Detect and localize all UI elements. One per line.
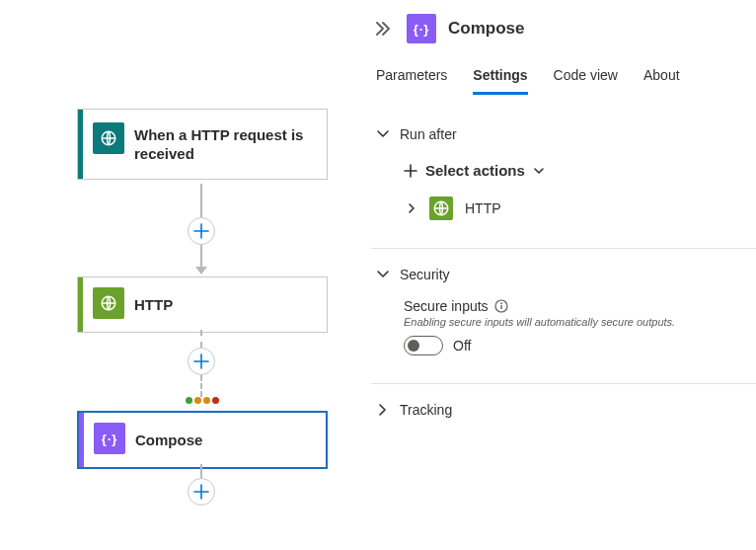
globe-icon xyxy=(429,196,453,220)
node-compose-action[interactable]: {·} Compose xyxy=(77,411,328,469)
add-step-button[interactable] xyxy=(188,478,215,506)
node-accent xyxy=(78,277,83,332)
secure-inputs-state: Off xyxy=(453,338,471,354)
svg-point-2 xyxy=(434,201,448,215)
plus-icon xyxy=(404,164,417,178)
braces-icon: {·} xyxy=(94,423,125,454)
chevron-down-icon xyxy=(376,268,390,281)
add-step-button[interactable] xyxy=(188,217,215,245)
secure-inputs-label: Secure inputs xyxy=(404,298,489,314)
secure-inputs-toggle[interactable] xyxy=(404,336,443,355)
globe-icon xyxy=(93,122,124,154)
tab-code-view[interactable]: Code view xyxy=(554,59,618,95)
section-run-after: Run after Select actions H xyxy=(371,126,756,220)
svg-rect-5 xyxy=(500,305,501,309)
add-step-button[interactable] xyxy=(188,348,215,375)
collapse-panel-button[interactable] xyxy=(371,18,395,39)
secure-inputs-help: Enabling secure inputs will automaticall… xyxy=(404,316,756,328)
panel-title: Compose xyxy=(448,19,524,39)
section-heading: Run after xyxy=(400,126,457,142)
section-heading: Tracking xyxy=(400,402,452,418)
tab-about[interactable]: About xyxy=(643,59,680,95)
chevron-right-icon xyxy=(406,202,417,214)
tab-settings[interactable]: Settings xyxy=(473,59,527,95)
node-accent xyxy=(78,110,83,179)
section-toggle-tracking[interactable]: Tracking xyxy=(376,402,756,418)
node-http-action[interactable]: HTTP xyxy=(77,276,328,333)
section-tracking: Tracking xyxy=(371,383,756,418)
node-trigger-http-request[interactable]: When a HTTP request is received xyxy=(77,109,328,180)
svg-point-1 xyxy=(102,296,115,310)
section-heading: Security xyxy=(400,267,450,282)
section-toggle-security[interactable]: Security xyxy=(376,267,756,282)
chevron-down-icon xyxy=(376,127,390,141)
svg-point-4 xyxy=(500,302,502,304)
node-accent xyxy=(79,413,84,467)
select-actions-button[interactable]: Select actions xyxy=(404,158,756,183)
node-label: When a HTTP request is received xyxy=(134,110,327,179)
globe-icon xyxy=(93,287,124,319)
status-dots xyxy=(186,397,219,404)
section-toggle-run-after[interactable]: Run after xyxy=(376,126,756,142)
panel-tabs: Parameters Settings Code view About xyxy=(371,59,756,101)
workflow-canvas: When a HTTP request is received HTTP xyxy=(0,0,371,550)
tab-parameters[interactable]: Parameters xyxy=(376,59,447,95)
section-security: Security Secure inputs Enabling secure i… xyxy=(371,248,756,355)
svg-point-0 xyxy=(102,131,115,145)
chevron-right-icon xyxy=(376,403,390,417)
run-after-item-label: HTTP xyxy=(465,200,501,216)
braces-icon: {·} xyxy=(407,14,436,43)
node-label: Compose xyxy=(135,413,326,467)
action-settings-panel: {·} Compose Parameters Settings Code vie… xyxy=(371,0,756,550)
node-label: HTTP xyxy=(134,277,327,332)
svg-point-3 xyxy=(495,300,507,312)
info-icon[interactable] xyxy=(494,299,508,313)
chevron-down-icon xyxy=(533,165,545,177)
run-after-item[interactable]: HTTP xyxy=(404,196,756,220)
select-actions-label: Select actions xyxy=(425,162,525,179)
